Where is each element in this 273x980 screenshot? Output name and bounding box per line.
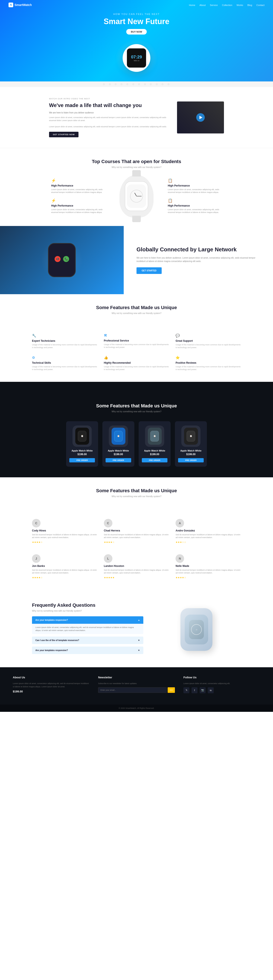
play-button[interactable] xyxy=(196,113,205,122)
testimonial-1: C Cody Hines Sed do eiusmod tempor incid… xyxy=(32,517,97,546)
footer-bottom: © 2020 SmartWatch. All Rights Reserved. xyxy=(0,705,273,712)
courses-left-col: ⚡ High Performance Lorem ipsum dolor sit… xyxy=(49,178,107,214)
global-getstarted-button[interactable]: GET STARTED xyxy=(136,267,162,274)
minute-hand xyxy=(136,196,142,196)
nav-contact[interactable]: Contact xyxy=(256,4,265,6)
testimonial-text-2: Sed do eiusmod tempor incididunt ut labo… xyxy=(104,533,169,539)
faq-section: Frequently Asked Questions Why not try s… xyxy=(19,592,254,668)
testimonials-section: C Cody Hines Sed do eiusmod tempor incid… xyxy=(19,500,254,592)
product-btn-4[interactable]: PRE ORDER xyxy=(178,458,204,462)
watch-band-top xyxy=(132,170,141,177)
testimonial-avatar-6: N xyxy=(176,554,184,563)
testimonial-stars-4: ★★★★☆ xyxy=(32,576,97,579)
feature-desc-5: Usage of the material is becoming more c… xyxy=(104,365,169,371)
nav-about[interactable]: About xyxy=(200,4,206,6)
hero-watch-face: 07:29 WED 14 xyxy=(127,48,146,68)
feature-name-2: Professional Service xyxy=(104,339,169,342)
feature-2: 🛠 Professional Service Usage of the mate… xyxy=(104,334,169,349)
faq-question-3[interactable]: Are your templates responsive? ▼ xyxy=(32,647,143,654)
faq-question-2[interactable]: Can I use the of the of template resourc… xyxy=(32,636,143,644)
feature-6: ⭐ Positive Reviews Usage of the material… xyxy=(176,356,241,371)
watch-band-bottom xyxy=(132,216,141,222)
faq-watch-image: ◷ xyxy=(175,604,218,655)
product-card-4: ⌚ Apple Watch White $199.00 PRE ORDER xyxy=(175,421,207,467)
product-price-2: $199.00 xyxy=(105,453,131,456)
global-desc: We are here to listen from you deliver a… xyxy=(136,256,260,263)
faq-clock-symbol: ◷ xyxy=(196,629,197,631)
nav-works[interactable]: Works xyxy=(236,4,243,6)
nav-home[interactable]: Home xyxy=(189,4,195,6)
courses-title: Top Courses That are open for Students xyxy=(4,159,269,164)
nav-service[interactable]: Service xyxy=(210,4,218,6)
product-btn-1[interactable]: PRE ORDER xyxy=(69,458,95,462)
faq-question-text-2: Can I use the of the of template resourc… xyxy=(35,639,79,641)
global-text-block: Globally Connected by Large Network We a… xyxy=(124,226,273,294)
course-desc-1: Lorem ipsum dolor sit amet, consectetur … xyxy=(51,188,105,194)
testimonial-5: L Landon Houston Sed do eiusmod tempor i… xyxy=(104,552,169,581)
product-card-1: ⌚ Apple Watch White $199.00 PRE ORDER xyxy=(66,421,98,467)
feature-name-3: Great Support xyxy=(176,339,241,342)
global-title: Globally Connected by Large Network xyxy=(136,246,260,253)
life-small-label: WATCH OUR INTRO VIDEO THE NEXT xyxy=(49,98,169,100)
feature-desc-4: Usage of the material is becoming more c… xyxy=(32,365,97,371)
call-accept-icon: 📞 xyxy=(63,256,69,262)
instagram-icon[interactable]: 📷 xyxy=(200,687,206,693)
nav-links: Home About Service Collection Works Blog… xyxy=(189,3,265,7)
footer-about-text: Lorem ipsum dolor sit amet, consectetur … xyxy=(13,682,89,688)
testimonial-name-6: Nelle Wade xyxy=(176,565,241,568)
faq-item-1: Are your templates responsive? ▲ Lorem i… xyxy=(32,616,143,634)
logo[interactable]: N SmartWatch xyxy=(8,3,32,7)
features-title: Some Features that Made us Unique xyxy=(4,305,269,310)
faq-question-1[interactable]: Are your templates responsive? ▲ xyxy=(32,616,143,624)
nav-collection[interactable]: Collection xyxy=(222,4,232,6)
product-name-2: Apple Watch White xyxy=(105,449,131,452)
global-watch-image: 📵 📞 xyxy=(0,226,124,294)
faq-chevron-down-icon-3: ▼ xyxy=(138,649,140,651)
footer-newsletter-desc: Subscribe to our newsletter for latest u… xyxy=(98,682,175,685)
product-btn-2[interactable]: PRE ORDER xyxy=(105,458,131,462)
product-btn-3[interactable]: PRE ORDER xyxy=(142,458,168,462)
features-section: 🔧 Expert Technicians Usage of the materi… xyxy=(19,317,254,382)
course-item-4: 📋 High Performance Lorem ipsum dolor sit… xyxy=(166,198,224,214)
product-watch-face-3: ⌚ xyxy=(148,428,162,445)
call-decline-icon: 📵 xyxy=(54,256,61,262)
course-name-1: High Performance xyxy=(51,184,105,187)
call-icons: 📵 📞 xyxy=(54,256,69,262)
course-desc-4: Lorem ipsum dolor sit amet, consectetur … xyxy=(168,208,222,214)
feature-1: 🔧 Expert Technicians Usage of the materi… xyxy=(32,334,97,349)
testimonial-2: C Chad Herrera Sed do eiusmod tempor inc… xyxy=(104,517,169,546)
feature-icon-6: ⭐ xyxy=(176,356,241,360)
features-grid: 🔧 Expert Technicians Usage of the materi… xyxy=(32,334,241,371)
dark-products-section: Some Features that Made us Unique Why no… xyxy=(0,382,273,477)
facebook-icon[interactable]: f xyxy=(192,687,198,693)
global-watch-display: 📵 📞 xyxy=(40,239,83,282)
feature-desc-6: Usage of the material is becoming more c… xyxy=(176,365,241,371)
course-icon-1: ⚡ xyxy=(51,178,105,183)
watch-clock-hands xyxy=(130,190,143,202)
hero-watch-display: 07:29 WED 14 xyxy=(115,39,158,77)
life-getstarted-button[interactable]: GET STARTED NOW xyxy=(49,132,78,137)
nav-blog[interactable]: Blog xyxy=(247,4,252,6)
twitter-icon[interactable]: 𝕏 xyxy=(184,687,189,693)
footer-about-price: $199.00 xyxy=(13,690,89,693)
feature-desc-2: Usage of the material is becoming more c… xyxy=(104,343,169,349)
newsletter-submit-button[interactable]: GO xyxy=(168,687,175,693)
testimonials-header: Some Features that Made us Unique Why no… xyxy=(0,477,273,500)
testimonial-text-5: Sed do eiusmod tempor incididunt ut labo… xyxy=(104,569,169,574)
courses-center-watch xyxy=(107,175,166,218)
newsletter-email-input[interactable] xyxy=(98,687,167,693)
products-grid: ⌚ Apple Watch White $199.00 PRE ORDER ⌚ … xyxy=(13,421,260,467)
hero-buy-button[interactable]: BUY NOW xyxy=(126,29,147,35)
logo-text: SmartWatch xyxy=(14,3,32,6)
footer: About Us Lorem ipsum dolor sit amet, con… xyxy=(0,667,273,705)
center-watch-face xyxy=(125,181,148,211)
testimonial-name-2: Chad Herrera xyxy=(104,529,169,532)
courses-section: ⚡ High Performance Lorem ipsum dolor sit… xyxy=(40,175,233,218)
footer-follow-col: Follow Us Lorem ipsum dolor sit amet, co… xyxy=(184,676,260,696)
feature-3: 💬 Great Support Usage of the material is… xyxy=(176,334,241,349)
faq-watch-3d: ◷ xyxy=(180,608,212,651)
linkedin-icon[interactable]: in xyxy=(208,687,214,693)
course-name-2: High Performance xyxy=(51,204,105,207)
logo-icon: N xyxy=(8,3,13,7)
testimonial-6: N Nelle Wade Sed do eiusmod tempor incid… xyxy=(176,552,241,581)
